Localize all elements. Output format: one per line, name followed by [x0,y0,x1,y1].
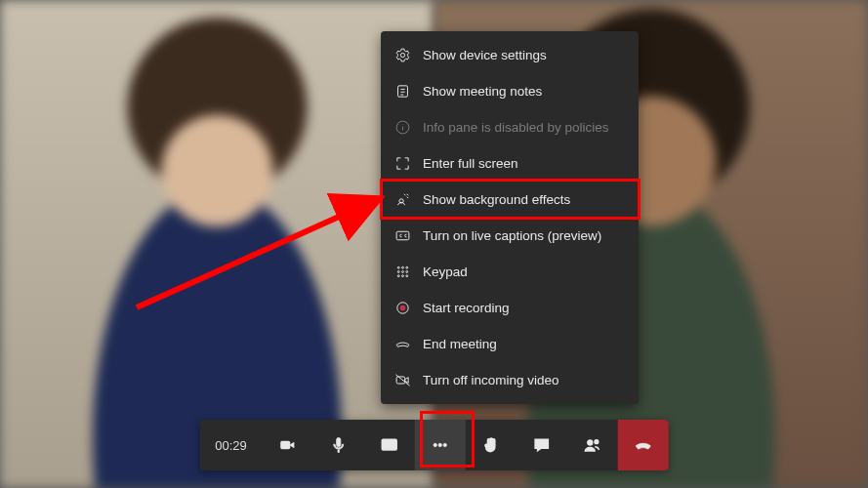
menu-item-label: Info pane is disabled by policies [423,120,609,135]
svg-rect-24 [396,377,405,384]
people-button[interactable] [567,420,618,470]
menu-item-label: Turn off incoming video [423,373,559,387]
svg-point-0 [400,53,404,57]
svg-point-30 [438,443,441,446]
svg-point-33 [595,440,599,444]
svg-point-16 [397,271,399,273]
svg-point-20 [402,275,404,277]
call-timer: 00:29 [199,420,263,470]
participant-tile [0,0,434,488]
svg-point-31 [443,443,446,446]
more-actions-menu: Show device settings Show meeting notes … [381,31,639,404]
menu-item-meeting-notes[interactable]: Show meeting notes [381,73,639,109]
svg-point-7 [402,124,403,125]
menu-item-label: Keypad [423,264,468,279]
menu-item-live-captions[interactable]: Turn on live captions (preview) [381,218,639,254]
fullscreen-icon [394,155,411,172]
menu-item-start-recording[interactable]: Start recording [381,290,639,326]
svg-line-9 [404,194,405,195]
svg-point-29 [434,443,436,446]
background-effects-icon [394,191,411,208]
record-icon [394,300,411,316]
svg-rect-26 [280,441,290,449]
svg-point-15 [406,266,408,268]
menu-item-label: End meeting [423,337,497,351]
menu-item-label: Start recording [423,301,510,315]
menu-item-label: Enter full screen [423,156,518,171]
svg-point-17 [402,271,404,273]
info-icon [394,119,411,136]
menu-item-info-pane-disabled: Info pane is disabled by policies [381,109,639,145]
svg-point-32 [588,440,593,445]
notes-icon [394,83,411,100]
svg-point-18 [406,271,408,273]
menu-item-label: Turn on live captions (preview) [423,228,601,243]
svg-point-21 [406,275,408,277]
raise-hand-button[interactable] [466,420,517,470]
svg-line-10 [407,194,408,195]
camera-button[interactable] [263,420,313,470]
share-button[interactable] [364,420,415,470]
menu-item-enter-fullscreen[interactable]: Enter full screen [381,145,639,182]
phone-down-icon [394,336,411,352]
svg-point-13 [397,266,399,268]
meeting-toolbar: 00:29 [199,420,669,470]
menu-item-label: Show meeting notes [423,84,542,99]
chat-button[interactable] [517,420,567,470]
mic-button[interactable] [313,420,364,470]
menu-item-background-effects[interactable]: Show background effects [381,182,639,218]
svg-rect-12 [396,231,409,240]
menu-item-device-settings[interactable]: Show device settings [381,37,639,73]
menu-item-label: Show device settings [423,48,547,62]
more-actions-button[interactable] [415,420,466,470]
keypad-icon [394,264,411,280]
svg-point-23 [400,305,406,311]
svg-point-19 [397,275,399,277]
hangup-button[interactable] [618,420,669,470]
svg-line-11 [407,197,408,198]
menu-item-label: Show background effects [423,192,570,207]
cc-icon [394,227,411,244]
gear-icon [394,47,411,63]
video-off-icon [394,372,411,388]
svg-rect-27 [337,438,341,447]
svg-point-14 [402,266,404,268]
menu-item-turn-off-incoming-video[interactable]: Turn off incoming video [381,362,639,398]
menu-item-end-meeting[interactable]: End meeting [381,326,639,362]
menu-item-keypad[interactable]: Keypad [381,254,639,290]
